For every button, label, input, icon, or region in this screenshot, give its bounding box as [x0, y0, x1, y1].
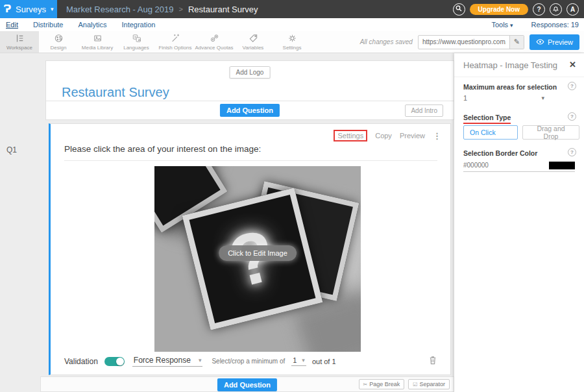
toolbar-item-media-library[interactable]: Media Library [78, 31, 117, 53]
max-areas-dropdown[interactable]: 1 ▾ [463, 94, 544, 102]
help-icon[interactable]: ? [568, 82, 576, 90]
response-mode-dropdown[interactable]: Force Response ▾ [132, 356, 203, 367]
selection-type-buttons: On Click Drag and Drop [463, 125, 579, 140]
notifications-button[interactable] [550, 3, 562, 16]
minimum-value-dropdown[interactable]: 1 ▾ [291, 356, 306, 366]
toolbar-item-languages[interactable]: Languages [117, 31, 156, 53]
search-button[interactable] [453, 3, 465, 16]
selection-type-label: Selection Type [463, 114, 511, 121]
chevron-down-icon: ▾ [51, 6, 54, 12]
add-logo-button[interactable]: Add Logo [230, 66, 271, 79]
validation-label: Validation [64, 357, 98, 366]
tools-menu[interactable]: Tools▾ [491, 21, 513, 29]
top-bar: Ɂ Surveys ▾ Market Research - Aug 2019 >… [0, 0, 584, 18]
nav-right: Tools▾ Responses: 19 [491, 21, 584, 29]
validation-toggle[interactable] [104, 357, 125, 366]
questionpro-logo-icon: Ɂ [3, 5, 11, 14]
editor-toolbar: Workspace Design Media Library Languages… [0, 31, 584, 53]
toolbar-item-variables[interactable]: Variables [234, 31, 273, 53]
question-copy-button[interactable]: Copy [375, 132, 392, 140]
click-to-edit-image-button[interactable]: Click to Edit Image [219, 245, 297, 261]
question-card: Settings Copy Preview ⋮ Please click the… [49, 123, 451, 375]
border-color-label: Selection Border Color [463, 149, 537, 157]
help-icon[interactable]: ? [568, 112, 576, 121]
tab-integration[interactable]: Integration [121, 21, 155, 29]
help-button[interactable]: ? [533, 3, 545, 16]
validation-row: Validation Force Response ▾ Select/crop … [64, 355, 437, 367]
out-of-label: out of 1 [312, 358, 336, 365]
tab-distribute[interactable]: Distribute [33, 21, 63, 29]
chevron-down-icon: ▾ [199, 357, 202, 363]
palette-icon [53, 33, 64, 43]
survey-builder-app: Ɂ Surveys ▾ Market Research - Aug 2019 >… [0, 0, 584, 392]
bell-icon [552, 5, 559, 14]
tab-analytics[interactable]: Analytics [78, 21, 106, 29]
question-preview-button[interactable]: Preview [400, 132, 425, 140]
delete-question-button[interactable] [428, 355, 437, 367]
tag-icon [248, 33, 259, 43]
on-click-option[interactable]: On Click [463, 125, 518, 140]
chevron-down-icon: ▾ [541, 95, 544, 101]
pencil-icon: ✎ [514, 38, 520, 46]
help-icon[interactable]: ? [568, 148, 576, 156]
preview-button[interactable]: Preview [529, 34, 579, 50]
strip-right-buttons: ✂ Page Break ☑ Separator [359, 379, 450, 389]
question-settings-button[interactable]: Settings [334, 130, 367, 141]
upgrade-now-button[interactable]: Upgrade Now [470, 4, 528, 15]
magic-wand-icon [170, 33, 181, 43]
image-icon [92, 33, 103, 43]
question-actions: Settings Copy Preview ⋮ [334, 130, 441, 141]
trash-icon [428, 355, 437, 367]
border-color-field[interactable]: #000000 [463, 161, 575, 172]
edit-url-button[interactable]: ✎ [509, 36, 524, 49]
translate-icon [131, 33, 142, 43]
border-color-swatch[interactable] [549, 162, 575, 169]
toggle-knob [116, 358, 124, 365]
add-question-button-top[interactable]: Add Question [220, 104, 280, 117]
drag-and-drop-option[interactable]: Drag and Drop [522, 125, 579, 140]
search-icon [456, 5, 462, 13]
surveys-menu[interactable]: Ɂ Surveys ▾ [0, 0, 57, 18]
topbar-actions: Upgrade Now ? A [453, 3, 584, 16]
chevron-down-icon: ▾ [302, 357, 305, 363]
breadcrumb-separator-icon: > [178, 5, 182, 13]
heatmap-image-placeholder[interactable]: ? Click to Edit Image [154, 166, 361, 352]
add-intro-button[interactable]: Add Intro [405, 104, 443, 117]
max-areas-label: Maximum areas for selection [463, 83, 557, 91]
toolbar-item-design[interactable]: Design [39, 31, 78, 53]
question-number-label: Q1 [6, 145, 17, 154]
account-avatar[interactable]: A [566, 3, 579, 16]
checkbox-icon: ☑ [413, 382, 417, 387]
toolbar-item-advance-quotas[interactable]: Advance Quotas [195, 31, 234, 53]
surveys-menu-label: Surveys [16, 5, 46, 14]
breadcrumb-current: Restaurant Survey [188, 5, 258, 14]
toolbar-right: All changes saved ✎ Preview [360, 31, 584, 53]
responses-count[interactable]: Responses: 19 [531, 21, 579, 29]
section-nav: Edit Distribute Analytics Integration To… [0, 18, 584, 31]
tab-edit[interactable]: Edit [6, 21, 18, 29]
question-icon: ? [537, 6, 541, 13]
close-icon[interactable]: ✕ [569, 60, 576, 69]
panel-title: Heatmap - Image Testing [463, 60, 557, 70]
gear-icon [287, 33, 298, 43]
question-text-underline [64, 160, 437, 161]
page-break-button[interactable]: ✂ Page Break [359, 379, 405, 389]
toolbar-item-workspace[interactable]: Workspace [0, 31, 39, 53]
add-question-button-bottom[interactable]: Add Question [217, 378, 277, 391]
kebab-menu-icon[interactable]: ⋮ [433, 131, 441, 141]
survey-header-card: Add Logo Restaurant Survey Add Question … [45, 60, 454, 120]
add-question-strip: Add Question ✂ Page Break ☑ Separator [40, 376, 454, 392]
survey-title[interactable]: Restaurant Survey [62, 85, 169, 100]
breadcrumb-parent[interactable]: Market Research - Aug 2019 [66, 5, 173, 14]
share-url-field: ✎ [418, 35, 524, 49]
separator-button[interactable]: ☑ Separator [408, 379, 450, 389]
border-color-value: #000000 [463, 162, 489, 169]
toolbar-item-settings[interactable]: Settings [273, 31, 311, 53]
toolbar-item-finish-options[interactable]: Finish Options [156, 31, 195, 53]
breadcrumb: Market Research - Aug 2019 > Restaurant … [57, 5, 258, 14]
share-url-input[interactable] [419, 38, 509, 45]
heatmap-settings-panel: Heatmap - Image Testing ✕ Maximum areas … [454, 53, 584, 392]
question-text[interactable]: Please click the area of your interest o… [64, 144, 261, 154]
autosave-status: All changes saved [360, 38, 413, 45]
eye-icon [536, 38, 544, 46]
